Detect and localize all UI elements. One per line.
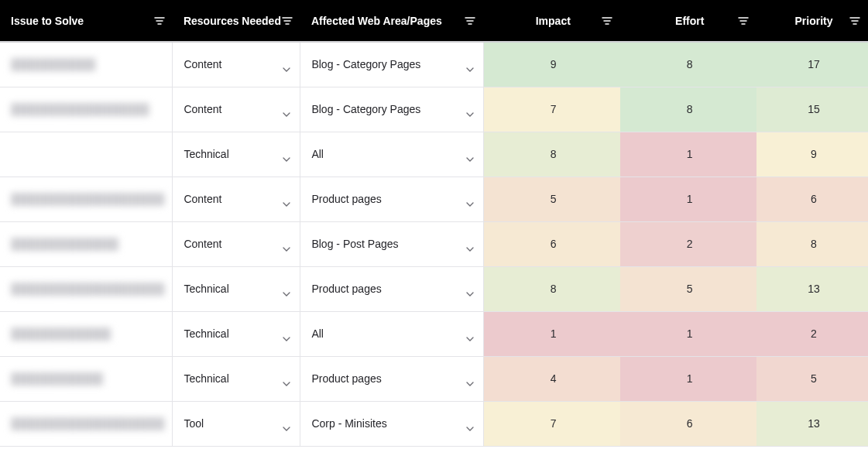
header-priority[interactable]: Priority (756, 0, 868, 42)
cell-area[interactable]: Blog - Category Pages (300, 42, 483, 87)
cell-resource[interactable]: Content (173, 87, 300, 132)
cell-effort[interactable]: 1 (620, 132, 756, 177)
header-area-label: Affected Web Area/Pages (311, 15, 442, 27)
cell-priority[interactable]: 13 (756, 401, 868, 446)
impact-value: 8 (551, 283, 557, 295)
dropdown-caret-icon[interactable] (283, 421, 290, 426)
cell-area[interactable]: Blog - Category Pages (300, 87, 483, 132)
cell-impact[interactable]: 7 (483, 401, 620, 446)
filter-icon[interactable] (849, 15, 860, 26)
cell-impact[interactable]: 1 (483, 311, 620, 356)
cell-resource[interactable]: Technical (173, 311, 300, 356)
dropdown-caret-icon[interactable] (283, 376, 290, 381)
dropdown-caret-icon[interactable] (466, 376, 474, 381)
header-area[interactable]: Affected Web Area/Pages (300, 0, 483, 42)
cell-priority[interactable]: 15 (756, 87, 868, 132)
cell-effort[interactable]: 8 (620, 87, 756, 132)
cell-effort[interactable]: 2 (620, 221, 756, 266)
impact-value: 7 (551, 103, 557, 115)
filter-icon[interactable] (738, 15, 749, 26)
cell-resource[interactable]: Tool (173, 401, 300, 446)
effort-value: 8 (687, 103, 693, 115)
cell-priority[interactable]: 17 (756, 42, 868, 87)
cell-issue[interactable]: ██████████████████ (0, 87, 173, 132)
dropdown-caret-icon[interactable] (466, 62, 474, 67)
table-row: ███████████ContentBlog - Category Pages9… (0, 42, 868, 87)
cell-effort[interactable]: 5 (620, 266, 756, 311)
dropdown-caret-icon[interactable] (466, 331, 474, 336)
dropdown-caret-icon[interactable] (466, 152, 474, 156)
issue-text: ████████████████████ (11, 417, 164, 430)
cell-priority[interactable]: 13 (756, 266, 868, 311)
table-row: ██████████████ContentBlog - Post Pages62… (0, 221, 868, 266)
cell-issue[interactable]: ████████████████████ (0, 177, 173, 221)
cell-resource[interactable]: Technical (173, 132, 300, 177)
header-effort[interactable]: Effort (620, 0, 756, 42)
cell-resource[interactable]: Technical (173, 266, 300, 311)
cell-resource[interactable]: Content (173, 42, 300, 87)
cell-priority[interactable]: 6 (756, 177, 868, 221)
cell-effort[interactable]: 6 (620, 401, 756, 446)
cell-impact[interactable]: 9 (483, 42, 620, 87)
cell-priority[interactable]: 2 (756, 311, 868, 356)
dropdown-caret-icon[interactable] (283, 242, 290, 246)
cell-area[interactable]: Corp - Minisites (300, 401, 483, 446)
priority-value: 5 (811, 372, 817, 385)
cell-resource[interactable]: Technical (173, 356, 300, 401)
dropdown-caret-icon[interactable] (466, 107, 474, 111)
dropdown-caret-icon[interactable] (466, 242, 474, 246)
cell-resource[interactable]: Content (173, 177, 300, 221)
header-issue[interactable]: Issue to Solve (0, 0, 173, 42)
impact-value: 4 (551, 372, 557, 385)
dropdown-caret-icon[interactable] (283, 286, 290, 291)
header-resources[interactable]: Resources Needed (173, 0, 300, 42)
cell-area[interactable]: All (300, 311, 483, 356)
dropdown-caret-icon[interactable] (466, 286, 474, 291)
cell-issue[interactable]: ████████████████████ (0, 266, 173, 311)
cell-impact[interactable]: 8 (483, 132, 620, 177)
cell-effort[interactable]: 8 (620, 42, 756, 87)
filter-icon[interactable] (602, 15, 612, 26)
priority-value: 2 (811, 327, 817, 340)
cell-priority[interactable]: 9 (756, 132, 868, 177)
dropdown-caret-icon[interactable] (283, 197, 290, 201)
cell-priority[interactable]: 5 (756, 356, 868, 401)
cell-impact[interactable]: 4 (483, 356, 620, 401)
cell-area[interactable]: Product pages (300, 177, 483, 221)
dropdown-caret-icon[interactable] (466, 197, 474, 201)
dropdown-caret-icon[interactable] (283, 152, 290, 156)
cell-impact[interactable]: 5 (483, 177, 620, 221)
resource-value: Content (184, 238, 221, 250)
cell-issue[interactable]: ███████████ (0, 42, 173, 87)
cell-issue[interactable]: ████████████████████ (0, 401, 173, 446)
dropdown-caret-icon[interactable] (283, 107, 290, 111)
dropdown-caret-icon[interactable] (283, 62, 290, 67)
dropdown-caret-icon[interactable] (283, 331, 290, 336)
cell-impact[interactable]: 7 (483, 87, 620, 132)
resource-value: Content (184, 58, 221, 70)
cell-area[interactable]: All (300, 132, 483, 177)
priority-value: 13 (808, 417, 820, 430)
header-impact[interactable]: Impact (483, 0, 620, 42)
cell-effort[interactable]: 1 (620, 177, 756, 221)
cell-issue[interactable]: █████████████ (0, 311, 173, 356)
cell-issue[interactable]: ████████████ (0, 356, 173, 401)
cell-impact[interactable]: 6 (483, 221, 620, 266)
effort-value: 1 (687, 148, 693, 160)
cell-effort[interactable]: 1 (620, 311, 756, 356)
cell-priority[interactable]: 8 (756, 221, 868, 266)
cell-area[interactable]: Product pages (300, 266, 483, 311)
priority-value: 9 (811, 148, 817, 160)
cell-area[interactable]: Product pages (300, 356, 483, 401)
filter-icon[interactable] (282, 15, 293, 26)
cell-resource[interactable]: Content (173, 221, 300, 266)
table-row: ████████████████████TechnicalProduct pag… (0, 266, 868, 311)
dropdown-caret-icon[interactable] (466, 421, 474, 426)
filter-icon[interactable] (154, 15, 165, 26)
cell-effort[interactable]: 1 (620, 356, 756, 401)
cell-issue[interactable]: ██████████████ (0, 221, 173, 266)
cell-area[interactable]: Blog - Post Pages (300, 221, 483, 266)
cell-issue[interactable] (0, 132, 173, 177)
cell-impact[interactable]: 8 (483, 266, 620, 311)
filter-icon[interactable] (465, 15, 475, 26)
